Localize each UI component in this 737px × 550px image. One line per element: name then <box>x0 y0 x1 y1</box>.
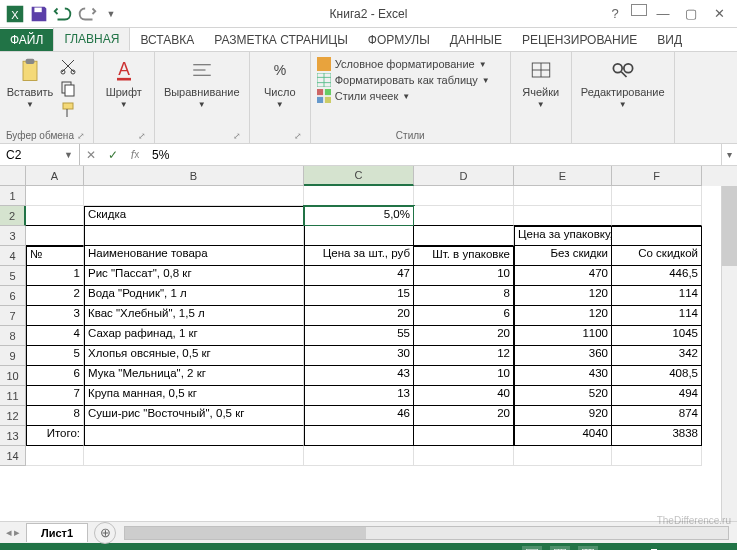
horizontal-scrollbar[interactable] <box>124 526 729 540</box>
col-header-a[interactable]: A <box>26 166 84 186</box>
tab-view[interactable]: ВИД <box>647 29 692 51</box>
cell[interactable]: Итого: <box>26 426 84 446</box>
cell[interactable]: Сахар рафинад, 1 кг <box>84 326 304 346</box>
cell[interactable]: Шт. в упаковке <box>414 246 514 266</box>
row-header[interactable]: 13 <box>0 426 26 446</box>
cell[interactable]: 874 <box>612 406 702 426</box>
sheet-nav-prev-icon[interactable]: ◂ <box>6 526 12 539</box>
cell[interactable]: Цена за упаковку, руб <box>514 226 612 246</box>
view-normal-icon[interactable] <box>522 546 542 550</box>
cell[interactable] <box>84 226 304 246</box>
formula-input[interactable] <box>146 144 721 165</box>
cell[interactable]: 5,0% <box>304 206 414 226</box>
cell[interactable] <box>414 186 514 206</box>
tab-formulas[interactable]: ФОРМУЛЫ <box>358 29 440 51</box>
help-icon[interactable]: ? <box>603 4 627 24</box>
cell[interactable]: 12 <box>414 346 514 366</box>
col-header-f[interactable]: F <box>612 166 702 186</box>
format-painter-icon[interactable] <box>58 100 78 120</box>
row-header[interactable]: 1 <box>0 186 26 206</box>
cell[interactable]: 6 <box>26 366 84 386</box>
cell[interactable]: 20 <box>414 326 514 346</box>
cell[interactable]: 494 <box>612 386 702 406</box>
cell[interactable]: 20 <box>304 306 414 326</box>
cell[interactable] <box>514 206 612 226</box>
cell[interactable]: Наименование товара <box>84 246 304 266</box>
font-button[interactable]: A Шрифт▼ <box>100 56 148 109</box>
cell[interactable]: Суши-рис "Восточный", 0,5 кг <box>84 406 304 426</box>
cell[interactable]: 7 <box>26 386 84 406</box>
row-header[interactable]: 3 <box>0 226 26 246</box>
font-launcher-icon[interactable]: ⤢ <box>100 129 148 141</box>
cell[interactable]: 47 <box>304 266 414 286</box>
row-header[interactable]: 6 <box>0 286 26 306</box>
cell-styles-button[interactable]: Стили ячеек ▼ <box>317 88 504 104</box>
row-header[interactable]: 14 <box>0 446 26 466</box>
cell[interactable]: Цена за шт., руб <box>304 246 414 266</box>
close-icon[interactable]: ✕ <box>707 4 731 24</box>
cell[interactable]: 8 <box>26 406 84 426</box>
row-header[interactable]: 2 <box>0 206 26 226</box>
cell[interactable]: 120 <box>514 286 612 306</box>
cell[interactable]: 4 <box>26 326 84 346</box>
cell[interactable]: 5 <box>26 346 84 366</box>
cell[interactable]: Рис "Пассат", 0,8 кг <box>84 266 304 286</box>
cell[interactable]: Хлопья овсяные, 0,5 кг <box>84 346 304 366</box>
row-header[interactable]: 9 <box>0 346 26 366</box>
cell[interactable]: 30 <box>304 346 414 366</box>
cell[interactable] <box>84 186 304 206</box>
cell[interactable]: 10 <box>414 366 514 386</box>
cut-icon[interactable] <box>58 56 78 76</box>
ribbon-display-icon[interactable] <box>631 4 647 16</box>
cell[interactable]: 8 <box>414 286 514 306</box>
formula-expand-icon[interactable]: ▾ <box>721 144 737 165</box>
maximize-icon[interactable]: ▢ <box>679 4 703 24</box>
cell[interactable]: 430 <box>514 366 612 386</box>
tab-data[interactable]: ДАННЫЕ <box>440 29 512 51</box>
paste-button[interactable]: Вставить ▼ <box>6 56 54 109</box>
cell[interactable] <box>612 206 702 226</box>
cell[interactable] <box>514 446 612 466</box>
cell[interactable] <box>514 186 612 206</box>
row-header[interactable]: 8 <box>0 326 26 346</box>
cell[interactable]: Квас "Хлебный", 1,5 л <box>84 306 304 326</box>
tab-page-layout[interactable]: РАЗМЕТКА СТРАНИЦЫ <box>204 29 358 51</box>
cell[interactable] <box>26 226 84 246</box>
cell[interactable]: № <box>26 246 84 266</box>
cell[interactable] <box>304 186 414 206</box>
cell[interactable] <box>26 186 84 206</box>
cell[interactable]: Скидка <box>84 206 304 226</box>
cell[interactable] <box>612 446 702 466</box>
cell[interactable]: 446,5 <box>612 266 702 286</box>
cell[interactable]: 4040 <box>514 426 612 446</box>
cell[interactable]: 342 <box>612 346 702 366</box>
cell[interactable]: 520 <box>514 386 612 406</box>
fx-icon[interactable]: fx <box>124 148 146 162</box>
cell[interactable] <box>414 426 514 446</box>
tab-home[interactable]: ГЛАВНАЯ <box>53 27 130 51</box>
cell[interactable]: 114 <box>612 306 702 326</box>
cell[interactable]: 3 <box>26 306 84 326</box>
sheet-tab[interactable]: Лист1 <box>26 523 88 542</box>
save-icon[interactable] <box>28 3 50 25</box>
cells-button[interactable]: Ячейки▼ <box>517 56 565 109</box>
cell[interactable]: 1 <box>26 266 84 286</box>
number-launcher-icon[interactable]: ⤢ <box>256 129 304 141</box>
cell[interactable]: 20 <box>414 406 514 426</box>
minimize-icon[interactable]: — <box>651 4 675 24</box>
cell[interactable]: Крупа манная, 0,5 кг <box>84 386 304 406</box>
cell[interactable]: 120 <box>514 306 612 326</box>
cell[interactable]: 10 <box>414 266 514 286</box>
spreadsheet-grid[interactable]: A B C D E F 12Скидка5,0%3Цена за упаковк… <box>0 166 737 521</box>
cell[interactable]: 13 <box>304 386 414 406</box>
cell[interactable]: Мука "Мельница", 2 кг <box>84 366 304 386</box>
format-as-table-button[interactable]: Форматировать как таблицу ▼ <box>317 72 504 88</box>
name-box[interactable]: C2▼ <box>0 144 80 165</box>
cell[interactable]: 360 <box>514 346 612 366</box>
tab-insert[interactable]: ВСТАВКА <box>130 29 204 51</box>
cell[interactable]: Вода "Родник", 1 л <box>84 286 304 306</box>
sheet-nav-next-icon[interactable]: ▸ <box>14 526 20 539</box>
cancel-formula-icon[interactable]: ✕ <box>80 148 102 162</box>
cell[interactable]: 3838 <box>612 426 702 446</box>
qat-customize-icon[interactable]: ▼ <box>100 3 122 25</box>
